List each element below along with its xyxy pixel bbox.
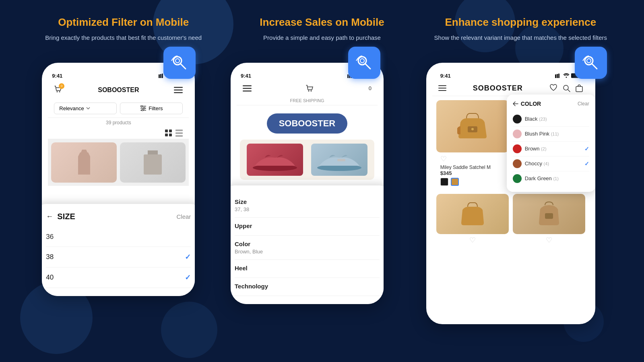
svg-point-10 bbox=[57, 91, 58, 92]
svg-rect-28 bbox=[144, 154, 162, 175]
app-icon-1 bbox=[163, 47, 196, 79]
hamburger-icon-3[interactable] bbox=[438, 85, 446, 91]
color-filter-clear[interactable]: Clear bbox=[578, 101, 589, 107]
svg-rect-65 bbox=[545, 213, 553, 219]
filter-desc: Bring exactly the products that best fit… bbox=[34, 33, 213, 43]
brand-badge: SOBOOSTER bbox=[267, 113, 348, 134]
color-dot-green bbox=[513, 174, 522, 183]
app-icon-2 bbox=[348, 47, 380, 79]
search-nav-icon[interactable] bbox=[562, 84, 570, 92]
color-choccy[interactable]: Choccy (4) ✓ bbox=[513, 156, 589, 171]
filter-size-36[interactable]: 36 bbox=[46, 227, 191, 247]
phone2-nav: 0 bbox=[237, 81, 378, 96]
heart-4[interactable]: ♡ bbox=[546, 236, 552, 245]
filter-size-38[interactable]: 38 ✓ bbox=[46, 247, 191, 267]
heart-nav-icon[interactable] bbox=[549, 84, 557, 91]
product-overlay: Size 37, 38 Upper Color Brown, Blue Heel bbox=[231, 185, 384, 304]
heart-3[interactable]: ♡ bbox=[469, 236, 476, 245]
heart-1[interactable]: ♡ bbox=[440, 154, 505, 163]
phone3-status-bar: 9:41 bbox=[432, 71, 589, 81]
sandal-1[interactable] bbox=[247, 144, 303, 176]
filter-size-40[interactable]: 40 ✓ bbox=[46, 267, 191, 288]
color-blush-pink[interactable]: Blush Pink (11) bbox=[513, 127, 589, 142]
svg-rect-62 bbox=[576, 86, 582, 92]
phone2-time: 9:41 bbox=[241, 73, 251, 79]
size-filter-clear[interactable]: Clear bbox=[176, 213, 191, 220]
back-arrow-color[interactable] bbox=[513, 101, 518, 106]
product-grid-1 bbox=[48, 139, 189, 186]
svg-rect-22 bbox=[169, 130, 172, 132]
svg-rect-46 bbox=[337, 159, 345, 161]
store-name-3: SOBOOSTER bbox=[473, 84, 523, 93]
back-arrow-icon[interactable]: ← bbox=[46, 212, 53, 221]
view-toggles bbox=[48, 128, 189, 139]
filters-button[interactable]: Filters bbox=[120, 103, 183, 114]
list-view-icon[interactable] bbox=[175, 130, 183, 137]
color-dark-green[interactable]: Dark Green (1) bbox=[513, 171, 589, 186]
detail-size[interactable]: Size 37, 38 bbox=[235, 193, 380, 218]
detail-heel[interactable]: Heel bbox=[235, 260, 380, 278]
enhance-title: Enhance shopping experience bbox=[431, 16, 610, 29]
swatch-brown[interactable] bbox=[451, 178, 459, 186]
size-value: 37, 38 bbox=[235, 206, 380, 212]
cart-icon-1[interactable]: 0 bbox=[54, 85, 63, 95]
bottom-bag-1[interactable]: ♡ bbox=[436, 194, 509, 245]
sales-title: Increase Sales on Mobile bbox=[233, 16, 411, 29]
header-row: Optimized Filter on Mobile Bring exactly… bbox=[0, 0, 644, 51]
svg-rect-3 bbox=[159, 74, 160, 78]
cart-icon-2[interactable] bbox=[305, 84, 314, 93]
store-logo-area-1: 0 bbox=[54, 85, 63, 95]
bag1-info: ♡ Miley Saddle Satchel M $345 bbox=[436, 152, 509, 188]
product-card-bag1[interactable]: ♡ Miley Saddle Satchel M $345 bbox=[436, 100, 509, 188]
detail-upper[interactable]: Upper bbox=[235, 218, 380, 236]
detail-color[interactable]: Color Brown, Blue bbox=[235, 236, 380, 260]
phone1-toolbar: Relevance Filters bbox=[48, 99, 189, 118]
product-card-2[interactable] bbox=[120, 142, 186, 183]
filter-title: Optimized Filter on Mobile bbox=[34, 16, 213, 29]
heel-label: Heel bbox=[235, 265, 380, 272]
phone3-nav: SOBOOSTER bbox=[432, 81, 589, 96]
svg-line-30 bbox=[365, 64, 370, 69]
check-brown: ✓ bbox=[584, 146, 589, 152]
svg-rect-12 bbox=[174, 87, 183, 88]
svg-rect-14 bbox=[174, 92, 183, 93]
svg-point-20 bbox=[142, 109, 143, 111]
color-dot-pink bbox=[513, 130, 522, 138]
menu-icon-1[interactable] bbox=[174, 87, 183, 93]
color-brown[interactable]: Brown (2) ✓ bbox=[513, 142, 589, 156]
sandal-2[interactable] bbox=[311, 144, 367, 176]
bottom-product-row: ♡ ♡ bbox=[432, 192, 589, 247]
svg-rect-58 bbox=[438, 88, 446, 88]
sort-select[interactable]: Relevance bbox=[54, 103, 117, 114]
phone1-nav: 0 SOBOOSTER bbox=[48, 81, 189, 99]
bottom-bag-2[interactable]: ♡ bbox=[513, 194, 585, 245]
check-choccy: ✓ bbox=[584, 160, 589, 167]
svg-rect-27 bbox=[175, 135, 183, 137]
phone1-section: 9:41 0 bbox=[29, 51, 208, 296]
color-filter-header: COLOR Clear bbox=[513, 101, 589, 107]
svg-rect-57 bbox=[438, 85, 446, 86]
phone2-section: 9:41 0 FREE SHIPPING SOBOOSTER bbox=[218, 51, 396, 304]
menu-icon-2[interactable] bbox=[243, 85, 252, 92]
cart-badge-1: 0 bbox=[59, 83, 64, 89]
enhance-desc: Show the relevant variant image that mat… bbox=[431, 33, 610, 43]
svg-rect-32 bbox=[347, 74, 349, 78]
product-card-1[interactable] bbox=[51, 142, 117, 183]
svg-rect-23 bbox=[165, 134, 168, 136]
svg-rect-5 bbox=[162, 74, 163, 78]
grid-view-icon[interactable] bbox=[165, 130, 172, 137]
bag1-price: $345 bbox=[440, 170, 505, 176]
size-label: Size bbox=[235, 198, 380, 205]
upper-label: Upper bbox=[235, 222, 380, 229]
svg-point-31 bbox=[360, 59, 364, 63]
check-38: ✓ bbox=[185, 253, 191, 261]
check-40: ✓ bbox=[185, 273, 191, 282]
free-shipping-banner: FREE SHIPPING bbox=[237, 96, 378, 105]
detail-technology[interactable]: Technology bbox=[235, 278, 380, 296]
swatch-black[interactable] bbox=[440, 178, 448, 186]
app-icon-3 bbox=[575, 47, 607, 79]
svg-point-53 bbox=[566, 77, 567, 78]
bag-nav-icon[interactable] bbox=[575, 84, 583, 92]
phone1-time: 9:41 bbox=[52, 73, 62, 79]
color-black[interactable]: Black (23) bbox=[513, 112, 589, 127]
